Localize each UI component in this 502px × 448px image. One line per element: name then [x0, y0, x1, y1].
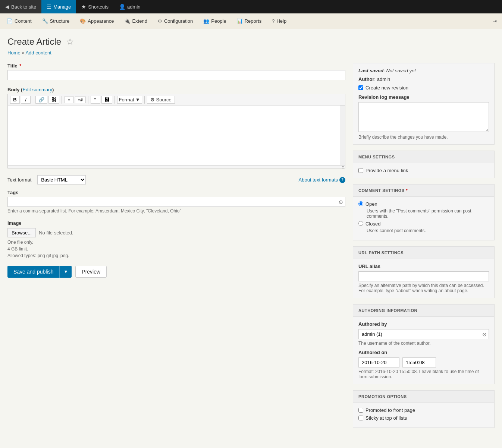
comment-closed-radio[interactable]	[358, 221, 363, 226]
preview-button[interactable]: Preview	[75, 266, 107, 278]
save-and-publish-button[interactable]: Save and publish	[7, 266, 59, 278]
nav-collapse-button[interactable]: ⇥	[489, 18, 501, 24]
appearance-icon: 🎨	[80, 18, 86, 24]
image-button[interactable]: 🖼	[101, 96, 112, 104]
promoted-to-front-checkbox[interactable]	[358, 408, 363, 413]
back-arrow-icon: ◀	[5, 4, 9, 10]
tags-input-wrapper: ⊙	[7, 197, 345, 207]
saved-info-panel: Last saved: Not saved yet Author: admin …	[353, 63, 495, 145]
numbered-list-button[interactable]: ≡#	[75, 97, 86, 103]
about-text-formats-link[interactable]: About text formats ?	[299, 177, 346, 183]
italic-button[interactable]: I	[21, 96, 31, 104]
revision-log-hint: Briefly describe the changes you have ma…	[358, 135, 489, 140]
tags-field-group: Tags ⊙ Enter a comma-separated list. For…	[7, 190, 345, 214]
file-hint-2: 4 GB limit.	[7, 246, 345, 252]
comment-open-row: Open	[358, 201, 489, 207]
unlink-button[interactable]: ⛓	[48, 96, 59, 104]
save-dropdown-arrow[interactable]: ▼	[59, 266, 72, 278]
sidebar: Last saved: Not saved yet Author: admin …	[353, 63, 495, 434]
file-hint-1: One file only.	[7, 240, 345, 245]
authored-by-wrapper: ⊙	[358, 329, 489, 339]
editor-scrollbar[interactable]	[340, 105, 345, 165]
promotion-header: PROMOTION OPTIONS	[353, 391, 494, 403]
nav-item-content[interactable]: 📄 Content	[1, 13, 37, 29]
breadcrumb-home[interactable]: Home	[7, 50, 21, 56]
blockquote-button[interactable]: "	[91, 96, 100, 104]
browse-button[interactable]: Browse...	[7, 228, 36, 237]
extend-icon: 🔌	[124, 18, 130, 24]
text-format-select[interactable]: Basic HTML Restricted HTML Full HTML Pla…	[37, 175, 86, 184]
menu-settings-panel: MENU SETTINGS Provide a menu link	[353, 151, 495, 178]
revision-log-textarea[interactable]	[358, 102, 489, 132]
manage-link[interactable]: ☰ Manage	[41, 0, 76, 13]
source-button[interactable]: ⚙ Source	[147, 96, 175, 104]
title-label: Title *	[7, 63, 345, 69]
editor-body[interactable]	[8, 105, 345, 165]
comment-closed-label: Closed	[365, 221, 380, 227]
url-path-body: URL alias Specify an alternative path by…	[353, 259, 494, 298]
tags-hint: Enter a comma-separated list. For exampl…	[7, 208, 345, 214]
body-field-group: Body (Edit summary) B I 🔗 ⛓ ≡ ≡# "	[7, 87, 345, 168]
tags-autocomplete-icon: ⊙	[339, 199, 343, 205]
date-input[interactable]	[358, 357, 399, 367]
url-path-panel: URL PATH SETTINGS URL alias Specify an a…	[353, 246, 495, 298]
breadcrumb-add-content[interactable]: Add content	[25, 50, 51, 56]
title-required-marker: *	[19, 63, 21, 69]
nav-item-help[interactable]: ? Help	[267, 13, 292, 29]
format-dropdown[interactable]: Format ▼	[117, 96, 142, 104]
source-icon: ⚙	[150, 97, 155, 102]
people-icon: 👥	[203, 18, 209, 24]
shortcuts-link[interactable]: ★ Shortcuts	[76, 0, 114, 13]
date-row	[358, 357, 489, 367]
help-icon: ?	[272, 18, 274, 24]
authoring-body: Authored by ⊙ The username of the conten…	[353, 317, 494, 384]
url-alias-input[interactable]	[358, 271, 489, 281]
about-formats-help-icon: ?	[339, 177, 345, 183]
text-format-row: Text format Basic HTML Restricted HTML F…	[7, 175, 345, 184]
title-input[interactable]	[7, 70, 345, 80]
editor-resize-handle[interactable]: ⠿	[8, 165, 345, 168]
comment-open-radio[interactable]	[358, 201, 363, 206]
promotion-body: Promoted to front page Sticky at top of …	[353, 403, 494, 428]
back-to-site-link[interactable]: ◀ Back to site	[0, 0, 41, 13]
author-row: Author: admin	[358, 76, 489, 82]
body-label: Body (Edit summary)	[7, 87, 345, 92]
edit-summary-link[interactable]: Edit summary	[22, 87, 52, 92]
sticky-at-top-checkbox[interactable]	[358, 416, 363, 420]
create-revision-label: Create new revision	[365, 85, 408, 91]
bold-button[interactable]: B	[10, 96, 20, 104]
link-button[interactable]: 🔗	[35, 96, 47, 104]
provide-menu-link-checkbox[interactable]	[358, 168, 363, 173]
nav-item-structure[interactable]: 🔧 Structure	[37, 13, 75, 29]
editor-toolbar: B I 🔗 ⛓ ≡ ≡# " 🖼 Format	[8, 94, 345, 105]
tags-input[interactable]	[7, 197, 345, 207]
authoring-header: AUTHORING INFORMATION	[353, 305, 494, 317]
sticky-at-top-label: Sticky at top of lists	[365, 415, 407, 421]
provide-menu-link-label: Provide a menu link	[365, 168, 408, 173]
structure-icon: 🔧	[42, 18, 48, 24]
authored-by-input[interactable]	[358, 329, 489, 339]
nav-item-reports[interactable]: 📊 Reports	[232, 13, 267, 29]
bullet-list-button[interactable]: ≡	[64, 97, 74, 103]
sticky-at-top-row: Sticky at top of lists	[358, 415, 489, 421]
author-value: admin	[377, 76, 390, 82]
nav-item-appearance[interactable]: 🎨 Appearance	[75, 13, 119, 29]
nav-item-extend[interactable]: 🔌 Extend	[119, 13, 152, 29]
main-layout: Title * Body (Edit summary) B I 🔗	[7, 63, 495, 434]
comment-open-hint: Users with the "Post comments" permissio…	[367, 208, 489, 219]
nav-item-configuration[interactable]: ⚙ Configuration	[153, 13, 198, 29]
create-revision-checkbox[interactable]	[358, 85, 363, 90]
favorite-star-icon[interactable]: ☆	[66, 37, 74, 47]
comment-required-marker: *	[406, 188, 408, 193]
nav-item-people[interactable]: 👥 People	[198, 13, 231, 29]
author-label: Author	[358, 76, 374, 82]
manage-icon: ☰	[47, 4, 51, 10]
image-section: Image Browse... No file selected. One fi…	[7, 220, 345, 258]
authoring-panel: AUTHORING INFORMATION Authored by ⊙ The …	[353, 304, 495, 384]
breadcrumb: Home » Add content	[7, 50, 495, 56]
main-content: Title * Body (Edit summary) B I 🔗	[7, 63, 345, 278]
comment-settings-panel: COMMENT SETTINGS * Open Users with the "…	[353, 184, 495, 240]
time-input[interactable]	[402, 357, 436, 367]
admin-user-link[interactable]: 👤 admin	[114, 0, 145, 13]
promoted-to-front-row: Promoted to front page	[358, 407, 489, 413]
